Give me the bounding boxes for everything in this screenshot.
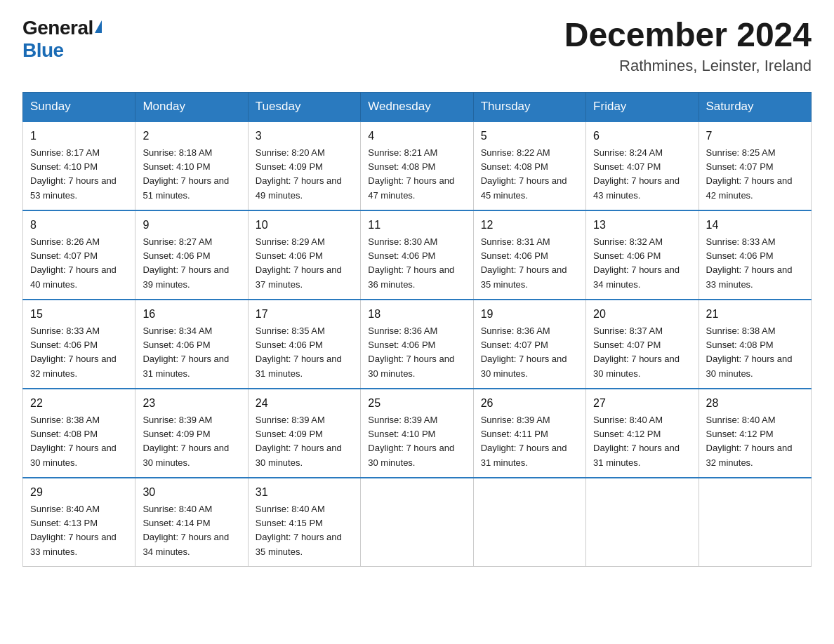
logo-blue-text: Blue — [22, 39, 64, 62]
calendar-cell: 8 Sunrise: 8:26 AMSunset: 4:07 PMDayligh… — [23, 210, 135, 300]
calendar-body: 1 Sunrise: 8:17 AMSunset: 4:10 PMDayligh… — [23, 121, 812, 567]
day-info: Sunrise: 8:34 AMSunset: 4:06 PMDaylight:… — [143, 326, 229, 379]
day-number: 18 — [368, 306, 465, 323]
calendar-header-tuesday: Tuesday — [248, 92, 360, 121]
calendar-cell: 6 Sunrise: 8:24 AMSunset: 4:07 PMDayligh… — [586, 121, 699, 210]
month-title: December 2024 — [564, 17, 812, 54]
calendar-cell: 12 Sunrise: 8:31 AMSunset: 4:06 PMDaylig… — [473, 210, 585, 300]
day-info: Sunrise: 8:39 AMSunset: 4:09 PMDaylight:… — [256, 415, 342, 468]
day-number: 6 — [593, 128, 691, 145]
title-area: December 2024 Rathmines, Leinster, Irela… — [564, 17, 812, 75]
day-number: 17 — [256, 306, 353, 323]
day-info: Sunrise: 8:33 AMSunset: 4:06 PMDaylight:… — [30, 326, 117, 379]
calendar-cell: 5 Sunrise: 8:22 AMSunset: 4:08 PMDayligh… — [473, 121, 585, 210]
calendar-cell: 19 Sunrise: 8:36 AMSunset: 4:07 PMDaylig… — [473, 300, 585, 389]
day-info: Sunrise: 8:38 AMSunset: 4:08 PMDaylight:… — [30, 415, 117, 468]
day-info: Sunrise: 8:29 AMSunset: 4:06 PMDaylight:… — [256, 236, 342, 290]
day-number: 27 — [593, 395, 691, 412]
day-info: Sunrise: 8:31 AMSunset: 4:06 PMDaylight:… — [481, 236, 567, 290]
calendar-cell: 9 Sunrise: 8:27 AMSunset: 4:06 PMDayligh… — [135, 210, 248, 300]
calendar-week-row: 29 Sunrise: 8:40 AMSunset: 4:13 PMDaylig… — [23, 478, 812, 567]
calendar-cell: 11 Sunrise: 8:30 AMSunset: 4:06 PMDaylig… — [361, 210, 473, 300]
day-number: 22 — [30, 395, 128, 412]
logo-general-text: General — [22, 17, 93, 39]
day-info: Sunrise: 8:39 AMSunset: 4:10 PMDaylight:… — [368, 415, 454, 468]
calendar-cell: 15 Sunrise: 8:33 AMSunset: 4:06 PMDaylig… — [23, 300, 135, 389]
calendar-cell — [586, 478, 699, 567]
day-info: Sunrise: 8:37 AMSunset: 4:07 PMDaylight:… — [593, 326, 680, 379]
calendar-cell: 22 Sunrise: 8:38 AMSunset: 4:08 PMDaylig… — [23, 389, 135, 478]
calendar-header-monday: Monday — [135, 92, 248, 121]
day-number: 4 — [368, 128, 465, 145]
logo: General Blue — [22, 17, 102, 62]
day-number: 21 — [706, 306, 804, 323]
calendar-cell: 29 Sunrise: 8:40 AMSunset: 4:13 PMDaylig… — [23, 478, 135, 567]
calendar-cell: 14 Sunrise: 8:33 AMSunset: 4:06 PMDaylig… — [699, 210, 811, 300]
day-info: Sunrise: 8:35 AMSunset: 4:06 PMDaylight:… — [256, 326, 342, 379]
page-header: General Blue December 2024 Rathmines, Le… — [22, 17, 812, 75]
calendar-cell: 3 Sunrise: 8:20 AMSunset: 4:09 PMDayligh… — [248, 121, 360, 210]
day-number: 2 — [143, 128, 240, 145]
calendar-cell — [473, 478, 585, 567]
day-number: 19 — [481, 306, 578, 323]
day-info: Sunrise: 8:32 AMSunset: 4:06 PMDaylight:… — [593, 236, 680, 290]
calendar-header-thursday: Thursday — [473, 92, 585, 121]
day-info: Sunrise: 8:30 AMSunset: 4:06 PMDaylight:… — [368, 236, 454, 290]
calendar-cell: 4 Sunrise: 8:21 AMSunset: 4:08 PMDayligh… — [361, 121, 473, 210]
day-info: Sunrise: 8:39 AMSunset: 4:11 PMDaylight:… — [481, 415, 567, 468]
calendar-cell: 25 Sunrise: 8:39 AMSunset: 4:10 PMDaylig… — [361, 389, 473, 478]
day-number: 16 — [143, 306, 240, 323]
calendar-cell: 31 Sunrise: 8:40 AMSunset: 4:15 PMDaylig… — [248, 478, 360, 567]
day-number: 31 — [256, 484, 353, 501]
day-info: Sunrise: 8:33 AMSunset: 4:06 PMDaylight:… — [706, 236, 793, 290]
calendar-header-sunday: Sunday — [23, 92, 135, 121]
day-info: Sunrise: 8:40 AMSunset: 4:12 PMDaylight:… — [706, 415, 793, 468]
calendar-cell: 17 Sunrise: 8:35 AMSunset: 4:06 PMDaylig… — [248, 300, 360, 389]
calendar-cell: 18 Sunrise: 8:36 AMSunset: 4:06 PMDaylig… — [361, 300, 473, 389]
day-info: Sunrise: 8:24 AMSunset: 4:07 PMDaylight:… — [593, 147, 680, 201]
calendar-cell: 7 Sunrise: 8:25 AMSunset: 4:07 PMDayligh… — [699, 121, 811, 210]
calendar-header-row: SundayMondayTuesdayWednesdayThursdayFrid… — [23, 92, 812, 121]
calendar-header-friday: Friday — [586, 92, 699, 121]
calendar-cell — [361, 478, 473, 567]
calendar-cell — [699, 478, 811, 567]
day-info: Sunrise: 8:27 AMSunset: 4:06 PMDaylight:… — [143, 236, 229, 290]
day-number: 8 — [30, 217, 128, 234]
calendar-cell: 28 Sunrise: 8:40 AMSunset: 4:12 PMDaylig… — [699, 389, 811, 478]
day-info: Sunrise: 8:36 AMSunset: 4:07 PMDaylight:… — [481, 326, 567, 379]
day-info: Sunrise: 8:20 AMSunset: 4:09 PMDaylight:… — [256, 147, 342, 201]
calendar-header-wednesday: Wednesday — [361, 92, 473, 121]
logo-triangle-icon — [95, 20, 102, 33]
calendar-week-row: 8 Sunrise: 8:26 AMSunset: 4:07 PMDayligh… — [23, 210, 812, 300]
day-number: 24 — [256, 395, 353, 412]
calendar-cell: 24 Sunrise: 8:39 AMSunset: 4:09 PMDaylig… — [248, 389, 360, 478]
calendar-cell: 1 Sunrise: 8:17 AMSunset: 4:10 PMDayligh… — [23, 121, 135, 210]
day-info: Sunrise: 8:18 AMSunset: 4:10 PMDaylight:… — [143, 147, 229, 201]
day-info: Sunrise: 8:25 AMSunset: 4:07 PMDaylight:… — [706, 147, 793, 201]
day-number: 28 — [706, 395, 804, 412]
day-number: 20 — [593, 306, 691, 323]
day-info: Sunrise: 8:40 AMSunset: 4:13 PMDaylight:… — [30, 504, 117, 557]
day-number: 12 — [481, 217, 578, 234]
calendar-cell: 27 Sunrise: 8:40 AMSunset: 4:12 PMDaylig… — [586, 389, 699, 478]
calendar-cell: 10 Sunrise: 8:29 AMSunset: 4:06 PMDaylig… — [248, 210, 360, 300]
day-info: Sunrise: 8:21 AMSunset: 4:08 PMDaylight:… — [368, 147, 454, 201]
location-subtitle: Rathmines, Leinster, Ireland — [564, 57, 812, 75]
day-number: 15 — [30, 306, 128, 323]
day-info: Sunrise: 8:22 AMSunset: 4:08 PMDaylight:… — [481, 147, 567, 201]
day-number: 14 — [706, 217, 804, 234]
day-number: 13 — [593, 217, 691, 234]
day-number: 9 — [143, 217, 240, 234]
calendar-header-saturday: Saturday — [699, 92, 811, 121]
day-info: Sunrise: 8:40 AMSunset: 4:14 PMDaylight:… — [143, 504, 229, 557]
day-number: 29 — [30, 484, 128, 501]
day-info: Sunrise: 8:39 AMSunset: 4:09 PMDaylight:… — [143, 415, 229, 468]
day-number: 30 — [143, 484, 240, 501]
day-number: 3 — [256, 128, 353, 145]
day-number: 25 — [368, 395, 465, 412]
day-info: Sunrise: 8:40 AMSunset: 4:12 PMDaylight:… — [593, 415, 680, 468]
calendar-cell: 26 Sunrise: 8:39 AMSunset: 4:11 PMDaylig… — [473, 389, 585, 478]
calendar-cell: 16 Sunrise: 8:34 AMSunset: 4:06 PMDaylig… — [135, 300, 248, 389]
calendar-cell: 20 Sunrise: 8:37 AMSunset: 4:07 PMDaylig… — [586, 300, 699, 389]
day-number: 11 — [368, 217, 465, 234]
